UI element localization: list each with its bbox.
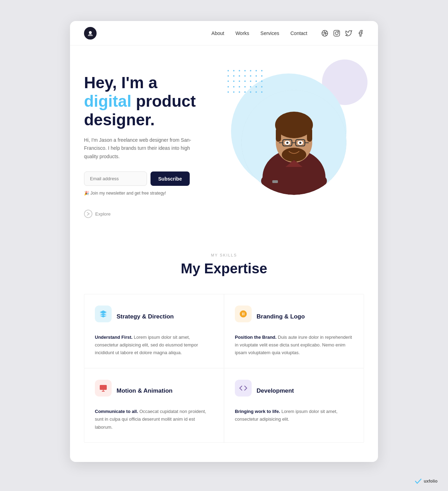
uxfolio-icon xyxy=(415,478,422,484)
skills-eyebrow: MY SKILLS xyxy=(84,253,364,257)
dot xyxy=(233,86,234,87)
svg-rect-10 xyxy=(276,128,281,142)
dot xyxy=(250,75,251,77)
newsletter-note: 🎉 Join my newsletter and get free strate… xyxy=(84,191,224,196)
dot xyxy=(244,91,246,93)
hero-description: Hi, I'm Jason a freelance web designer f… xyxy=(84,136,192,161)
skill-desc-development: Bringing work to life. Lorem ipsum dolor… xyxy=(235,408,353,423)
svg-rect-11 xyxy=(307,128,312,142)
dot xyxy=(255,86,257,87)
uxfolio-badge: uxfolio xyxy=(415,478,438,484)
dot xyxy=(261,75,262,77)
skill-name-branding: Branding & Logo xyxy=(257,313,305,320)
dot xyxy=(244,75,246,77)
person-image xyxy=(241,90,346,195)
instagram-icon[interactable] xyxy=(333,30,340,37)
skill-card-strategy: Strategy & Direction Understand First. L… xyxy=(84,294,224,368)
twitter-icon[interactable] xyxy=(345,30,352,37)
explore-link[interactable]: Explore xyxy=(84,210,224,218)
dot xyxy=(233,70,234,71)
browser-window: About Works Services Contact Hey, I'm a … xyxy=(70,21,378,462)
skill-icon-strategy xyxy=(95,306,112,322)
dot xyxy=(255,91,257,93)
nav-socials xyxy=(321,30,364,37)
svg-rect-23 xyxy=(100,385,107,390)
dot xyxy=(250,80,251,82)
hero-right xyxy=(224,66,364,218)
svg-rect-22 xyxy=(272,180,278,183)
dot xyxy=(239,91,240,93)
dot xyxy=(250,70,251,71)
hero-section: Hey, I'm a digital productdesigner. Hi, … xyxy=(70,45,378,232)
dribbble-icon[interactable] xyxy=(321,30,328,37)
uxfolio-label: uxfolio xyxy=(424,479,438,484)
svg-point-0 xyxy=(89,31,92,34)
dot xyxy=(255,80,257,82)
skill-icon-development xyxy=(235,380,252,397)
nav-logo[interactable] xyxy=(84,27,97,40)
dot xyxy=(239,86,240,87)
skills-grid: Strategy & Direction Understand First. L… xyxy=(84,294,364,443)
nav-item-contact[interactable]: Contact xyxy=(290,30,307,36)
dot xyxy=(233,80,234,82)
dot xyxy=(255,70,257,71)
nav-links: About Works Services Contact xyxy=(211,30,307,36)
email-input[interactable] xyxy=(84,171,147,186)
subscribe-row: Subscribe xyxy=(84,171,224,186)
hero-left: Hey, I'm a digital productdesigner. Hi, … xyxy=(84,66,224,218)
nav-item-services[interactable]: Services xyxy=(260,30,279,36)
nav-item-about[interactable]: About xyxy=(211,30,224,36)
svg-point-3 xyxy=(335,31,338,34)
skill-icon-motion xyxy=(95,380,112,397)
nav-item-works[interactable]: Works xyxy=(236,30,249,36)
skill-header-strategy: Strategy & Direction xyxy=(95,306,213,328)
skill-name-motion: Motion & Animation xyxy=(117,387,173,394)
skills-title: My Expertise xyxy=(84,261,364,276)
skill-desc-motion: Communicate to all. Occaecat cupidatat n… xyxy=(95,408,213,431)
dot xyxy=(233,75,234,77)
hero-title: Hey, I'm a digital productdesigner. xyxy=(84,73,224,129)
svg-point-21 xyxy=(282,148,306,162)
subscribe-button[interactable]: Subscribe xyxy=(150,171,190,186)
dot xyxy=(227,91,229,93)
dot xyxy=(227,70,229,71)
dot xyxy=(239,75,240,77)
dot xyxy=(239,70,240,71)
dot xyxy=(261,70,262,71)
skill-card-branding: Branding & Logo Position the Brand. Duis… xyxy=(224,294,364,368)
svg-point-19 xyxy=(286,142,288,144)
dot xyxy=(244,80,246,82)
navbar: About Works Services Contact xyxy=(70,21,378,45)
dot xyxy=(239,80,240,82)
skill-name-strategy: Strategy & Direction xyxy=(117,313,174,320)
dot-grid xyxy=(227,70,259,94)
skill-icon-branding xyxy=(235,306,252,322)
skill-desc-strategy: Understand First. Lorem ipsum dolor sit … xyxy=(95,334,213,357)
svg-point-20 xyxy=(299,142,301,144)
dot xyxy=(227,80,229,82)
skill-header-motion: Motion & Animation xyxy=(95,380,213,402)
skill-card-motion: Motion & Animation Communicate to all. O… xyxy=(84,369,224,442)
dot xyxy=(255,75,257,77)
dot xyxy=(244,70,246,71)
skills-section: MY SKILLS My Expertise Strategy & Direct… xyxy=(70,232,378,457)
dot xyxy=(261,91,262,93)
dot xyxy=(227,86,229,87)
skill-desc-branding: Position the Brand. Duis aute irure dolo… xyxy=(235,334,353,357)
dot xyxy=(261,86,262,87)
dot xyxy=(244,86,246,87)
skill-card-development: Development Bringing work to life. Lorem… xyxy=(224,369,364,442)
skill-header-branding: Branding & Logo xyxy=(235,306,353,328)
skill-name-development: Development xyxy=(257,387,294,394)
skill-header-development: Development xyxy=(235,380,353,402)
dot xyxy=(250,91,251,93)
svg-point-4 xyxy=(338,31,339,32)
explore-circle xyxy=(84,210,92,218)
svg-rect-2 xyxy=(334,30,340,36)
dot xyxy=(227,75,229,77)
explore-label: Explore xyxy=(95,211,111,217)
dot xyxy=(250,86,251,87)
dot xyxy=(233,91,234,93)
facebook-icon[interactable] xyxy=(357,30,364,37)
